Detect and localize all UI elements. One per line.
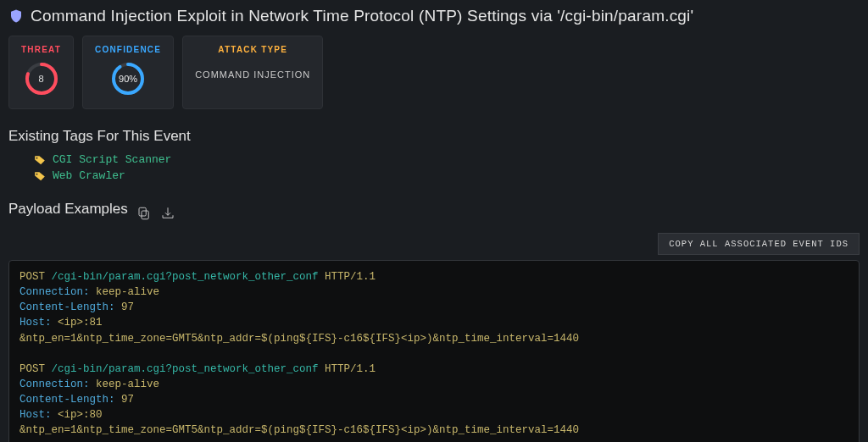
download-icon[interactable] (160, 206, 175, 221)
svg-point-4 (36, 157, 38, 158)
threat-card: THREAT 8 (8, 36, 74, 109)
payload-heading-row: Payload Examples (8, 201, 860, 226)
threat-gauge: 8 (24, 61, 59, 97)
page-title: Command Injection Exploit in Network Tim… (31, 7, 693, 25)
metric-cards: THREAT 8 CONFIDENCE 90% ATTACK TYPE COMM… (8, 36, 860, 109)
tag-item[interactable]: CGI Script Scanner (34, 153, 860, 166)
tags-list: CGI Script ScannerWeb Crawler (34, 153, 860, 182)
payload-box: POST /cgi-bin/param.cgi?post_network_oth… (8, 260, 860, 442)
tag-label: CGI Script Scanner (53, 153, 171, 166)
attack-type-value: COMMAND INJECTION (195, 69, 310, 80)
tags-heading: Existing Tags For This Event (8, 128, 860, 145)
confidence-card: CONFIDENCE 90% (82, 36, 174, 109)
shield-icon (8, 8, 24, 24)
tag-icon (34, 170, 46, 182)
svg-rect-6 (142, 211, 148, 219)
tag-icon (34, 154, 46, 166)
svg-point-5 (36, 173, 38, 174)
threat-label: THREAT (21, 45, 61, 54)
confidence-value: 90% (110, 61, 146, 97)
tag-label: Web Crawler (53, 169, 125, 182)
copy-icon[interactable] (136, 206, 152, 221)
payload-heading: Payload Examples (8, 201, 128, 218)
copy-all-event-ids-button[interactable]: COPY ALL ASSOCIATED EVENT IDS (658, 233, 860, 255)
confidence-gauge: 90% (110, 61, 146, 97)
tag-item[interactable]: Web Crawler (34, 169, 860, 182)
attack-type-card: ATTACK TYPE COMMAND INJECTION (182, 36, 323, 109)
attack-type-label: ATTACK TYPE (218, 45, 287, 54)
svg-rect-7 (139, 207, 146, 216)
copy-bar: COPY ALL ASSOCIATED EVENT IDS (8, 233, 860, 255)
title-row: Command Injection Exploit in Network Tim… (8, 7, 860, 25)
confidence-label: CONFIDENCE (95, 45, 161, 54)
threat-value: 8 (24, 61, 59, 97)
